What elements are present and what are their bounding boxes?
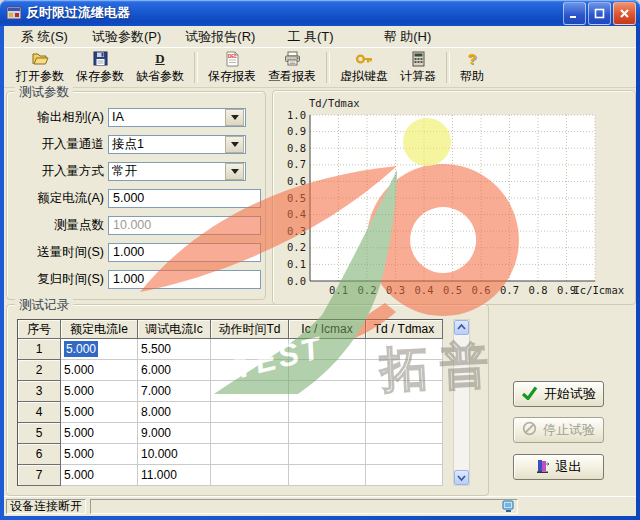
toolbar-button-label: 帮助	[460, 68, 484, 85]
table-cell[interactable]	[366, 402, 443, 423]
chevron-down-icon[interactable]	[225, 136, 244, 153]
table-cell[interactable]	[211, 360, 289, 381]
close-button[interactable]	[613, 2, 636, 25]
toolbar-button-2[interactable]: D缺省参数	[130, 49, 190, 87]
toolbar: 打开参数保存参数D缺省参数DEL保存报表查看报表虚拟键盘计算器?帮助	[4, 47, 636, 88]
scroll-up-button[interactable]	[454, 320, 469, 335]
table-cell[interactable]	[211, 444, 289, 465]
table-cell[interactable]	[211, 381, 289, 402]
row-header-cell[interactable]: 6	[18, 444, 61, 465]
param-combo-1[interactable]: 接点1	[108, 135, 246, 154]
toolbar-separator	[326, 52, 330, 83]
table-cell[interactable]: 8.000	[138, 402, 211, 423]
svg-text:0.8: 0.8	[529, 284, 548, 296]
table-cell[interactable]	[366, 444, 443, 465]
table-cell[interactable]	[289, 423, 366, 444]
table-cell[interactable]	[289, 402, 366, 423]
table-cell[interactable]: 7.000	[138, 381, 211, 402]
table-cell[interactable]	[211, 423, 289, 444]
table-row: 45.0008.000	[18, 402, 443, 423]
table-cell[interactable]	[289, 465, 366, 486]
svg-text:0.1: 0.1	[287, 258, 306, 270]
table-cell[interactable]	[211, 465, 289, 486]
param-label: 复归时间(S)	[7, 271, 104, 288]
row-header-cell[interactable]: 7	[18, 465, 61, 486]
chart-panel: 0.00.10.20.30.40.50.60.70.80.91.00.10.20…	[272, 90, 636, 305]
param-combo-2[interactable]: 常开	[108, 162, 246, 181]
toolbar-button-label: 计算器	[400, 68, 436, 85]
table-cell[interactable]: 5.500	[138, 339, 211, 360]
svg-text:0.4: 0.4	[415, 284, 434, 296]
window-title: 反时限过流继电器	[26, 4, 561, 22]
param-edit-3[interactable]: 5.000	[108, 189, 261, 208]
toolbar-button-7[interactable]: ?帮助	[454, 49, 490, 87]
param-row-3: 额定电流(A)5.000	[7, 188, 265, 208]
param-label: 开入量通道	[7, 136, 104, 153]
menu-item-0[interactable]: 系 统(S)	[12, 26, 77, 48]
row-header-cell[interactable]: 3	[18, 381, 61, 402]
row-header-cell[interactable]: 2	[18, 360, 61, 381]
table-cell[interactable]	[366, 360, 443, 381]
menu-bar: 系 统(S)试验参数(P)试验报告(R)工 具(T)帮 助(H)	[4, 26, 636, 48]
toolbar-button-label: 查看报表	[268, 68, 316, 85]
test-records-panel: 测试记录 序号额定电流Ie调试电流Ic动作时间TdIc / IcmaxTd / …	[6, 304, 489, 496]
row-header-cell[interactable]: 4	[18, 402, 61, 423]
chevron-down-icon[interactable]	[225, 163, 244, 180]
table-cell[interactable]: 5.000	[61, 444, 138, 465]
table-cell[interactable]: 6.000	[138, 360, 211, 381]
client-area: 系 统(S)试验参数(P)试验报告(R)工 具(T)帮 助(H) 打开参数保存参…	[4, 26, 636, 516]
toolbar-button-label: 保存参数	[76, 68, 124, 85]
svg-text:0.0: 0.0	[287, 275, 306, 287]
table-cell[interactable]	[289, 360, 366, 381]
table-cell[interactable]	[366, 465, 443, 486]
chevron-down-icon[interactable]	[225, 109, 244, 126]
param-row-5: 送量时间(S)1.000	[7, 242, 265, 262]
table-cell[interactable]: 5.000	[61, 465, 138, 486]
exit-button[interactable]: 退出	[513, 454, 604, 480]
table-cell[interactable]: 5.000	[61, 423, 138, 444]
param-row-1: 开入量通道接点1	[7, 134, 265, 154]
param-row-0: 输出相别(A)IA	[7, 107, 265, 127]
toolbar-button-3[interactable]: DEL保存报表	[202, 49, 262, 87]
toolbar-button-5[interactable]: 虚拟键盘	[334, 49, 394, 87]
param-edit-6[interactable]: 1.000	[108, 270, 261, 289]
toolbar-button-1[interactable]: 保存参数	[70, 49, 130, 87]
maximize-button[interactable]	[588, 2, 611, 25]
default-params-icon: D	[155, 50, 164, 67]
key-icon	[355, 50, 373, 67]
edit-value: 10.000	[109, 218, 151, 232]
table-cell[interactable]: 5.000	[61, 360, 138, 381]
table-cell[interactable]	[289, 339, 366, 360]
records-table: 序号额定电流Ie调试电流Ic动作时间TdIc / IcmaxTd / Tdmax…	[17, 319, 443, 486]
row-header-cell[interactable]: 5	[18, 423, 61, 444]
table-cell[interactable]	[211, 339, 289, 360]
menu-item-4[interactable]: 帮 助(H)	[375, 26, 441, 48]
menu-item-3[interactable]: 工 具(T)	[278, 26, 342, 48]
table-cell[interactable]	[366, 423, 443, 444]
row-header-cell[interactable]: 1	[18, 339, 61, 360]
table-cell[interactable]: 10.000	[138, 444, 211, 465]
table-cell[interactable]	[289, 381, 366, 402]
table-cell[interactable]	[366, 339, 443, 360]
svg-text:0.9: 0.9	[287, 125, 306, 137]
table-cell[interactable]: 9.000	[138, 423, 211, 444]
toolbar-button-0[interactable]: 打开参数	[10, 49, 70, 87]
table-cell[interactable]	[366, 381, 443, 402]
table-cell[interactable]: 11.000	[138, 465, 211, 486]
param-edit-5[interactable]: 1.000	[108, 243, 261, 262]
minimize-button[interactable]	[563, 2, 586, 25]
column-header-3: 动作时间Td	[211, 320, 289, 339]
scroll-down-button[interactable]	[454, 470, 469, 485]
table-cell[interactable]: 5.000	[61, 339, 138, 360]
table-cell[interactable]	[289, 444, 366, 465]
table-cell[interactable]	[211, 402, 289, 423]
param-combo-0[interactable]: IA	[108, 108, 246, 127]
menu-item-1[interactable]: 试验参数(P)	[83, 26, 170, 48]
menu-item-2[interactable]: 试验报告(R)	[176, 26, 264, 48]
table-cell[interactable]: 5.000	[61, 402, 138, 423]
records-scrollbar[interactable]	[453, 319, 470, 486]
toolbar-button-4[interactable]: 查看报表	[262, 49, 322, 87]
toolbar-button-6[interactable]: 计算器	[394, 49, 442, 87]
start-test-button[interactable]: 开始试验	[513, 381, 604, 407]
table-cell[interactable]: 5.000	[61, 381, 138, 402]
